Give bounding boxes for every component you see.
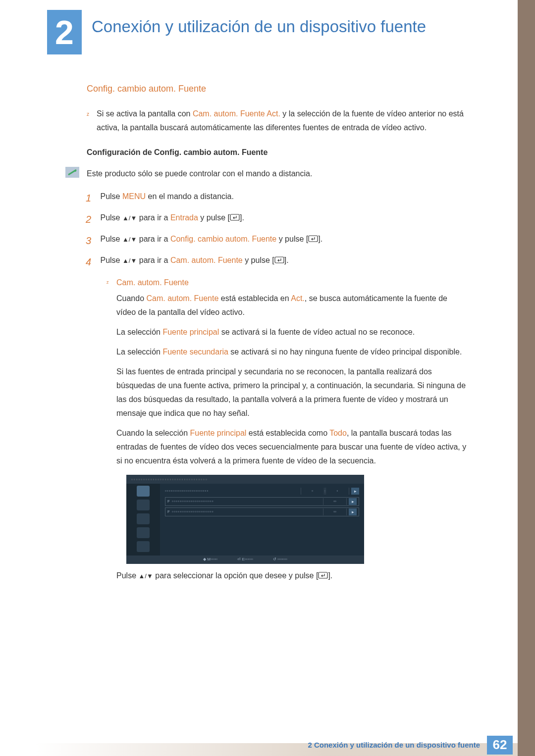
svg-rect-2	[230, 214, 239, 220]
osd-key: E	[242, 557, 244, 561]
text: ].	[240, 213, 244, 222]
nav-arrows-icon: ▲/▼	[122, 236, 137, 243]
osd-row: F ▫▫▫▫▫▫▫▫▫▫▫▫▫▫▫▫▫▫▫▫▫▫▫▫▸	[165, 497, 359, 506]
nav-arrows-icon: ▲/▼	[122, 257, 137, 264]
step-3: 3 Pulse ▲/▼ para ir a Config. cambio aut…	[87, 232, 468, 250]
step-1: 1 Pulse MENU en el mando a distancia.	[87, 190, 468, 207]
detail-para: La selección Fuente secundaria se activa…	[116, 345, 468, 359]
osd-side-item	[137, 527, 150, 538]
detail-para: Cuando la selección Fuente principal est…	[116, 426, 468, 468]
svg-point-1	[74, 170, 76, 172]
enter-icon	[308, 233, 318, 247]
text: ].	[328, 571, 332, 580]
note-icon	[65, 167, 79, 178]
osd-sidebar	[126, 484, 160, 555]
highlight: Todo	[329, 429, 347, 437]
bullet-marker: z	[107, 276, 116, 290]
section-heading: Config. cambio autom. Fuente	[87, 81, 468, 97]
text: Pulse	[100, 256, 122, 264]
osd-side-item	[137, 486, 150, 497]
page-footer: 2 Conexión y utilización de un dispositi…	[0, 734, 518, 756]
osd-key: M	[207, 557, 211, 561]
highlight: Cam. autom. Fuente Act.	[193, 109, 280, 118]
osd-side-item	[137, 541, 150, 552]
enter-icon	[230, 211, 240, 225]
osd-bottom-bar: ◆ M▫▫▫▫▫ ⏎ E▫▫▫▫▫▫ ↺ ▫▫▫▫▫▫▫	[126, 555, 364, 564]
svg-rect-4	[275, 257, 284, 263]
osd-side-item	[137, 500, 150, 510]
text: Cuando la selección	[116, 429, 190, 437]
text: y pulse [	[198, 213, 230, 222]
text: Pulse	[100, 192, 122, 201]
highlight: Fuente secundaria	[162, 348, 228, 356]
text: y pulse [	[243, 256, 274, 264]
osd-row: F ▫▫▫▫▫▫▫▫▫▫▫▫▫▫▫▫▫▫▫▫▫▫▫▫▸	[165, 507, 359, 516]
highlight: Config. cambio autom. Fuente	[170, 235, 276, 243]
step4-details: z Cam. autom. Fuente Cuando Cam. autom. …	[107, 276, 468, 583]
osd-screenshot: ▫▫▫▫▫▫▫▫▫▫▫▫▫▫▫▫▫▫▫▫▫▫▫▫▫▫▫▫▫▫▫▫ ▫▫▫▫▫▫▫…	[126, 475, 364, 564]
note-text: Este producto sólo se puede controlar co…	[87, 167, 312, 181]
chapter-title: Conexión y utilización de un dispositivo…	[92, 12, 518, 37]
text: para ir a	[137, 256, 170, 264]
text: Pulse	[116, 571, 138, 580]
enter-icon	[318, 569, 328, 583]
enter-icon	[274, 254, 284, 268]
detail-title: Cam. autom. Fuente	[116, 276, 189, 290]
text: y pulse [	[276, 235, 308, 243]
step-number: 4	[86, 253, 98, 271]
side-decoration	[518, 0, 535, 756]
nav-arrows-icon: ▲/▼	[122, 214, 137, 222]
content-body: Config. cambio autom. Fuente z Si se act…	[0, 71, 518, 583]
osd-main: ▫▫▫▫▫▫▫▫▫▫▫▫▫▫▫▫▫▫▫▫▫▫▫▫:▫▸ F ▫▫▫▫▫▫▫▫▫▫…	[160, 484, 364, 555]
osd-side-item	[137, 513, 150, 524]
detail-para: Cuando Cam. autom. Fuente está estableci…	[116, 292, 468, 319]
text: ].	[284, 256, 289, 264]
osd-title-bar: ▫▫▫▫▫▫▫▫▫▫▫▫▫▫▫▫▫▫▫▫▫▫▫▫▫▫▫▫▫▫▫▫	[126, 475, 364, 484]
footer-page-number: 62	[487, 736, 513, 755]
intro-bullet: z Si se activa la pantalla con Cam. auto…	[87, 107, 468, 135]
text: está establecida como	[246, 429, 329, 437]
text: La selección	[116, 328, 162, 336]
highlight: Cam. autom. Fuente	[170, 256, 243, 264]
highlight: Act.	[291, 294, 305, 302]
highlight: MENU	[122, 192, 146, 201]
osd-row: ▫▫▫▫▫▫▫▫▫▫▫▫▫▫▫▫▫▫▫▫▫▫▫▫:▫▸	[165, 487, 359, 496]
highlight: Entrada	[170, 213, 198, 222]
step-4: 4 Pulse ▲/▼ para ir a Cam. autom. Fuente…	[87, 253, 468, 583]
text: La selección	[116, 348, 162, 356]
intro-text: Si se activa la pantalla con Cam. autom.…	[97, 107, 468, 135]
nav-arrows-icon: ▲/▼	[138, 572, 153, 580]
step-number: 2	[86, 211, 98, 228]
highlight: Cam. autom. Fuente	[147, 294, 219, 302]
chapter-header: 2 Conexión y utilización de un dispositi…	[0, 0, 518, 37]
text: está establecida en	[218, 294, 291, 302]
text: Si se activa la pantalla con	[97, 109, 193, 118]
highlight: Fuente principal	[162, 328, 219, 336]
chapter-number-box: 2	[47, 10, 82, 54]
text: se activará si no hay ninguna fuente de …	[228, 348, 462, 356]
note-row: Este producto sólo se puede controlar co…	[87, 167, 468, 181]
text: Pulse	[100, 213, 122, 222]
text: para ir a	[137, 213, 170, 222]
text: se activará si la fuente de vídeo actual…	[219, 328, 415, 336]
step-2: 2 Pulse ▲/▼ para ir a Entrada y pulse []…	[87, 211, 468, 228]
text: ].	[318, 235, 322, 243]
svg-rect-3	[309, 236, 318, 242]
detail-para: La selección Fuente principal se activar…	[116, 325, 468, 339]
steps-list: 1 Pulse MENU en el mando a distancia. 2 …	[87, 190, 468, 583]
after-panel-text: Pulse ▲/▼ para seleccionar la opción que…	[116, 569, 468, 583]
step-number: 3	[86, 232, 98, 250]
highlight: Fuente principal	[190, 429, 247, 437]
text: Pulse	[100, 235, 122, 243]
page: 2 Conexión y utilización de un dispositi…	[0, 0, 535, 756]
text: para ir a	[137, 235, 170, 243]
sub-heading: Configuración de Config. cambio autom. F…	[87, 146, 468, 159]
text: Cuando	[116, 294, 147, 302]
detail-para: Si las fuentes de entrada principal y se…	[116, 365, 468, 420]
step-number: 1	[86, 190, 98, 207]
bullet-marker: z	[87, 107, 97, 135]
text: en el mando a distancia.	[146, 192, 234, 201]
svg-rect-5	[319, 572, 327, 578]
text: para seleccionar la opción que desee y p…	[153, 571, 319, 580]
footer-chapter-text: 2 Conexión y utilización de un dispositi…	[308, 741, 480, 749]
